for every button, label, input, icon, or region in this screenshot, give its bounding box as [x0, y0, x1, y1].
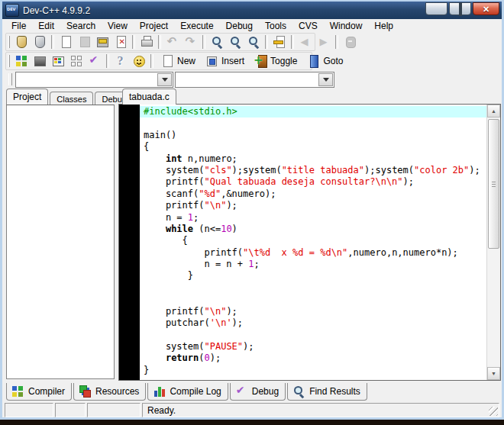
- debug-check-icon: [234, 385, 249, 398]
- code-line: main(): [140, 130, 487, 141]
- new-project-button[interactable]: [12, 34, 31, 50]
- code-line: return(0);: [140, 353, 487, 364]
- menu-cvs[interactable]: CVS: [292, 20, 324, 32]
- code-line: [140, 329, 487, 340]
- resources-icon: [78, 385, 92, 398]
- run-icon: [33, 54, 47, 68]
- find-in-files-button[interactable]: [226, 34, 244, 50]
- code-line: while (n<=10): [140, 224, 487, 235]
- toolbar-separator: [106, 54, 109, 68]
- maximize-button[interactable]: [449, 2, 471, 15]
- code-editor[interactable]: #include<stdio.h>main(){ int n,numero; s…: [118, 104, 501, 381]
- rebuild-button[interactable]: [67, 53, 86, 69]
- scrollbar-thumb[interactable]: [488, 119, 499, 249]
- insert-button[interactable]: Insert: [200, 53, 249, 69]
- code-line: }: [140, 365, 487, 376]
- tab-debug[interactable]: Debug: [230, 383, 286, 401]
- tab-tabuada-c[interactable]: tabuada.c: [122, 89, 176, 105]
- abort-button[interactable]: [341, 34, 359, 50]
- class-browser-combo[interactable]: [175, 72, 334, 88]
- abort-icon: [343, 35, 357, 49]
- new-source-button[interactable]: [57, 34, 75, 50]
- print-button[interactable]: [137, 34, 156, 50]
- save-all-button[interactable]: [93, 34, 111, 50]
- code-line: printf("Qual tabuada deseja consultar?\n…: [140, 176, 487, 188]
- debug-check-button[interactable]: [86, 53, 104, 69]
- code-line: int n,numero;: [140, 153, 487, 165]
- menu-debug[interactable]: Debug: [220, 20, 259, 32]
- tab-label: Compile Log: [170, 386, 221, 397]
- menu-view[interactable]: View: [102, 20, 134, 32]
- forward-button[interactable]: [315, 34, 333, 50]
- save-button[interactable]: [75, 34, 93, 50]
- forward-icon: [317, 35, 331, 49]
- menu-search[interactable]: Search: [60, 20, 102, 32]
- tab-label: Resources: [95, 386, 139, 397]
- minimize-button[interactable]: [425, 2, 447, 15]
- report-tabs: CompilerResourcesCompile LogDebugFind Re…: [6, 383, 369, 401]
- tab-compile-log[interactable]: Compile Log: [147, 383, 228, 401]
- compile-button[interactable]: [12, 53, 31, 69]
- toolbar-separator: [291, 35, 294, 49]
- find-button[interactable]: [208, 34, 226, 50]
- open-project-button[interactable]: [31, 34, 49, 50]
- save-all-icon: [95, 35, 110, 49]
- menu-execute[interactable]: Execute: [174, 20, 219, 32]
- find-icon: [292, 385, 306, 398]
- chevron-down-icon[interactable]: [157, 73, 172, 86]
- compile-run-button[interactable]: [49, 53, 67, 69]
- toolbar-main: [5, 33, 315, 51]
- devcpp-window: Dev-C++ 4.9.9.2 FileEditSearchViewProjec…: [0, 0, 504, 420]
- goto-button-label: Goto: [323, 56, 343, 66]
- toggle-button[interactable]: Toggle: [249, 53, 302, 69]
- back-button[interactable]: [296, 34, 315, 50]
- menu-file[interactable]: File: [5, 20, 32, 32]
- code-lines[interactable]: #include<stdio.h>main(){ int n,numero; s…: [140, 105, 487, 380]
- tab-compiler[interactable]: Compiler: [6, 383, 72, 401]
- run-button[interactable]: [31, 53, 49, 69]
- redo-button[interactable]: [182, 34, 200, 50]
- window-title: Dev-C++ 4.9.9.2: [23, 5, 90, 16]
- new-button[interactable]: New: [156, 53, 200, 69]
- code-line: printf("\n");: [140, 200, 487, 211]
- toggle-icon: [254, 54, 268, 68]
- goto-button[interactable]: Goto: [302, 53, 347, 69]
- help-button[interactable]: [111, 53, 130, 69]
- menu-help[interactable]: Help: [368, 20, 399, 32]
- code-line: [140, 282, 487, 294]
- tab-resources[interactable]: Resources: [73, 383, 146, 401]
- close-button[interactable]: [473, 2, 499, 15]
- replace-button[interactable]: [244, 34, 263, 50]
- about-button[interactable]: [130, 53, 148, 69]
- left-pane-tabs: ProjectClassesDebug: [6, 88, 135, 105]
- menu-edit[interactable]: Edit: [32, 20, 60, 32]
- maximize-icon: [459, 4, 462, 14]
- close-file-button[interactable]: [111, 34, 130, 50]
- tab-label: Find Results: [309, 386, 360, 397]
- toolbar-separator: [132, 35, 135, 49]
- project-browser-panel[interactable]: [6, 105, 115, 379]
- tab-find-results[interactable]: Find Results: [287, 383, 367, 401]
- title-bar[interactable]: Dev-C++ 4.9.9.2: [2, 2, 502, 19]
- menu-project[interactable]: Project: [134, 20, 174, 32]
- editor-vertical-scrollbar[interactable]: ▲ ▼: [486, 105, 500, 380]
- code-line: #include<stdio.h>: [140, 106, 487, 118]
- toolbar-grip[interactable]: [8, 73, 12, 85]
- chevron-down-icon[interactable]: [318, 73, 333, 86]
- tab-project[interactable]: Project: [6, 89, 48, 105]
- scroll-up-icon[interactable]: ▲: [487, 105, 500, 118]
- debug-check-icon: [88, 54, 102, 68]
- goto-icon: [306, 54, 321, 68]
- menu-tools[interactable]: Tools: [259, 20, 292, 32]
- toolbar-grip[interactable]: [8, 55, 10, 67]
- goto-line-button[interactable]: [270, 34, 289, 50]
- window-controls: [425, 2, 502, 15]
- scroll-down-icon[interactable]: ▼: [487, 367, 500, 380]
- toolbar-grip[interactable]: [8, 36, 10, 48]
- help-icon: [114, 54, 128, 68]
- save-icon: [77, 35, 92, 49]
- undo-button[interactable]: [163, 34, 182, 50]
- status-panel: [55, 403, 86, 417]
- compiler-combo[interactable]: [15, 72, 173, 88]
- menu-window[interactable]: Window: [324, 20, 369, 32]
